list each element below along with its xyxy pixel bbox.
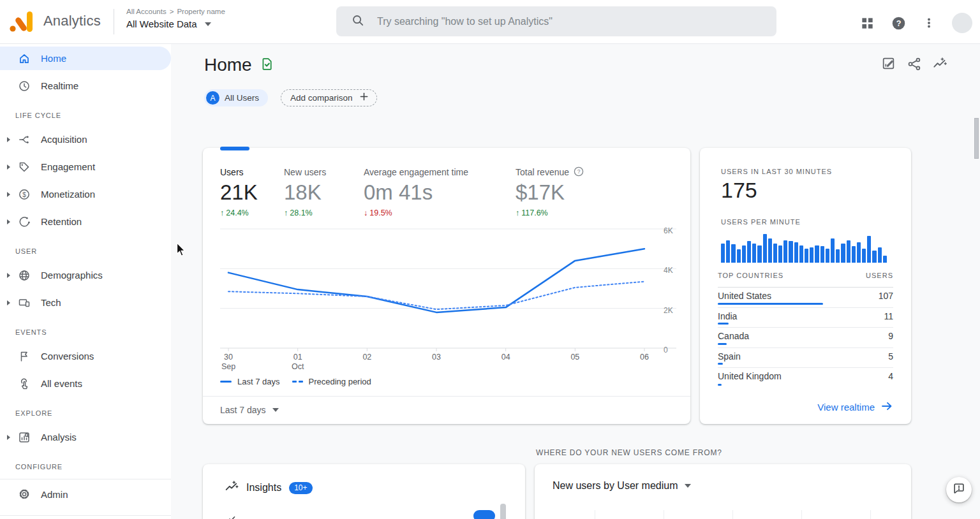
expand-arrow-icon[interactable]: [7, 137, 10, 142]
insight-badge-partial[interactable]: [473, 510, 495, 519]
date-range-selector[interactable]: Last 7 days: [220, 405, 279, 415]
help-circle-icon[interactable]: ?: [574, 166, 584, 179]
sidebar-item-conversions[interactable]: Conversions: [0, 344, 171, 368]
metric-value: 18K: [284, 180, 326, 205]
expand-arrow-icon[interactable]: [7, 300, 10, 305]
breadcrumb-accounts[interactable]: All Accounts: [126, 8, 167, 15]
apps-grid-icon[interactable]: [860, 16, 875, 31]
search-input[interactable]: [376, 15, 736, 28]
sidebar-item-label: Home: [41, 53, 66, 64]
insights-sparkline-icon[interactable]: [932, 56, 947, 71]
sidebar-item-label: Realtime: [41, 80, 78, 91]
sidebar-item-demographics[interactable]: Demographics: [0, 263, 171, 287]
sidebar-item-tech[interactable]: Tech: [0, 291, 171, 314]
sidebar-item-engagement[interactable]: Engagement: [0, 155, 171, 179]
metric-users[interactable]: Users 21K 24.4%: [220, 166, 258, 217]
customize-report-icon[interactable]: [881, 56, 896, 71]
metric-value: 0m 41s: [364, 180, 468, 205]
expand-arrow-icon[interactable]: [7, 435, 10, 440]
page-scrollbar-thumb[interactable]: [974, 118, 979, 159]
users-per-minute-bar: [805, 249, 808, 263]
svg-text:?: ?: [577, 168, 581, 175]
metric-delta: 24.4%: [220, 208, 258, 217]
expand-arrow-icon[interactable]: [7, 273, 10, 278]
metric-total-revenue[interactable]: Total revenue ? $17K 117.6%: [516, 166, 584, 217]
all-users-label: All Users: [225, 93, 259, 103]
users-per-minute-bar: [768, 238, 772, 263]
sidebar-item-realtime[interactable]: Realtime: [0, 74, 171, 98]
chevron-down-icon: [205, 22, 211, 26]
sidebar-item-monetization[interactable]: $ Monetization: [0, 182, 171, 206]
users-per-minute-bar: [721, 244, 725, 263]
sidebar-item-all-events[interactable]: All events: [0, 372, 171, 395]
devices-icon: [18, 296, 31, 309]
card-footer-divider: [203, 396, 690, 397]
search-bar[interactable]: [336, 6, 776, 36]
add-comparison-chip[interactable]: Add comparison: [281, 89, 377, 106]
svg-text:?: ?: [896, 19, 902, 28]
metric-new-users[interactable]: New users 18K 28.1%: [284, 166, 326, 217]
section-label-events: EVENTS: [15, 328, 171, 337]
insights-count-badge: 10+: [289, 482, 312, 494]
metric-delta: 28.1%: [284, 208, 326, 217]
expand-arrow-icon[interactable]: [7, 164, 10, 170]
chart-gridline: [870, 510, 871, 519]
help-icon[interactable]: ?: [891, 16, 906, 31]
globe-icon: [18, 269, 31, 282]
users-per-minute-bar: [826, 249, 829, 263]
sidebar-item-retention[interactable]: Retention: [0, 210, 171, 233]
users-per-minute-bar: [810, 247, 813, 263]
chart-gridline: [664, 510, 664, 519]
all-users-chip[interactable]: A All Users: [204, 89, 268, 106]
users-per-minute-bar: [836, 249, 840, 263]
users-per-minute-bar: [857, 242, 861, 263]
table-row: United Kingdom 4: [718, 368, 893, 388]
report-check-icon[interactable]: [260, 57, 274, 74]
sidebar-item-admin[interactable]: Admin: [0, 479, 171, 509]
feedback-button[interactable]: [946, 477, 972, 502]
metric-delta: 117.6%: [516, 208, 584, 217]
insights-scrollbar[interactable]: [500, 504, 506, 519]
country-name: United States: [718, 291, 771, 301]
sidebar-divider: [0, 515, 171, 516]
breadcrumb-property[interactable]: Property name: [177, 8, 225, 15]
analytics-logo-icon[interactable]: [9, 9, 34, 33]
expand-arrow-icon[interactable]: [7, 192, 10, 197]
users-per-minute-bar: [752, 244, 756, 263]
x-axis-tick: 06: [629, 353, 660, 362]
users-per-minute-bar: [847, 240, 850, 263]
new-users-section-title: WHERE DO YOUR NEW USERS COME FROM?: [536, 448, 722, 457]
share-icon[interactable]: [907, 56, 921, 71]
sidebar-item-home[interactable]: Home: [0, 47, 171, 70]
metric-avg-engagement-time[interactable]: Average engagement time 0m 41s 19.5%: [364, 166, 468, 217]
feedback-bubble-icon: [952, 481, 966, 498]
view-realtime-label: View realtime: [817, 402, 875, 413]
active-tab-indicator: [220, 147, 249, 150]
section-label-configure: CONFIGURE: [15, 463, 171, 472]
insights-card: Insights 10+: [203, 464, 525, 519]
country-users: 107: [879, 291, 893, 301]
product-name: Analytics: [43, 13, 101, 29]
property-selector[interactable]: All Website Data: [126, 18, 225, 29]
users-per-minute-bar: [841, 244, 845, 263]
x-axis-tick: 02: [352, 353, 382, 362]
kebab-menu-icon[interactable]: [923, 16, 935, 30]
metric-label: Total revenue: [516, 167, 569, 177]
chevron-down-icon: [272, 408, 279, 412]
expand-arrow-icon[interactable]: [7, 219, 10, 224]
sidebar-item-label: Acquisition: [41, 134, 87, 145]
realtime-title: USERS IN LAST 30 MINUTES: [721, 168, 832, 175]
x-axis-tick: 01Oct: [283, 353, 313, 372]
chevron-down-icon: [685, 484, 691, 488]
users-column-header: USERS: [866, 272, 893, 287]
new-users-dimension-selector[interactable]: New users by User medium: [553, 480, 691, 492]
section-label-explore: EXPLORE: [15, 409, 171, 418]
country-users: 5: [888, 351, 893, 362]
sidebar-item-analysis[interactable]: Analysis: [0, 425, 171, 449]
view-realtime-link[interactable]: View realtime: [817, 400, 893, 414]
avatar[interactable]: [952, 13, 972, 33]
chart-gridline: [732, 510, 733, 519]
add-comparison-label: Add comparison: [290, 93, 353, 103]
sidebar-item-acquisition[interactable]: Acquisition: [0, 128, 171, 151]
country-name: India: [718, 311, 737, 321]
